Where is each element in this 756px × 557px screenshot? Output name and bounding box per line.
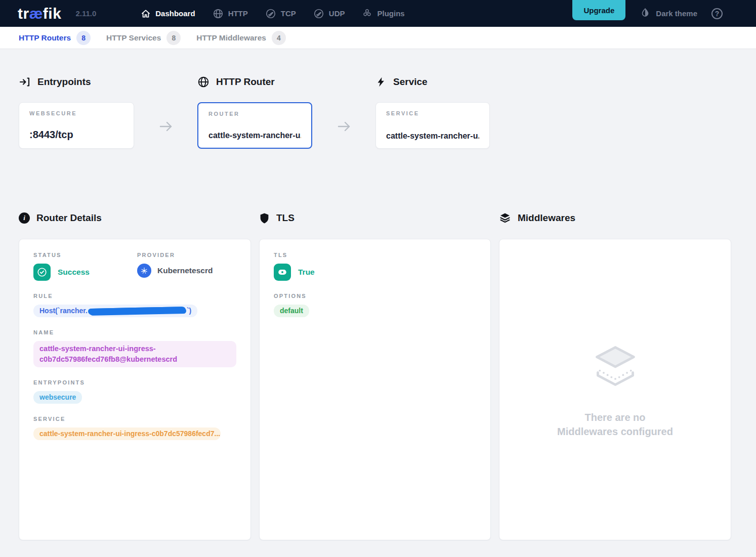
count-badge: 8 <box>166 31 181 45</box>
rule-badge: Host(`rancher.`) <box>33 305 197 317</box>
main-content: Entrypoints WEBSECURE :8443/tcp HTTP Rou… <box>0 49 756 540</box>
dark-theme-label: Dark theme <box>656 9 697 18</box>
provider-block: PROVIDER Kubernetescrd <box>137 252 213 281</box>
service-badge: cattle-system-rancher-ui-ingress-c0b7dc5… <box>33 427 221 440</box>
count-badge: 4 <box>272 31 286 45</box>
nav-item-tcp[interactable]: TCP <box>265 8 296 19</box>
router-column: HTTP Router ROUTER cattle-system-rancher… <box>197 75 312 149</box>
dark-theme-toggle[interactable]: Dark theme <box>640 7 697 20</box>
middlewares-column: Middlewares There <box>499 211 731 540</box>
entrypoints-column: Entrypoints WEBSECURE :8443/tcp <box>19 75 134 149</box>
redaction-scribble <box>89 307 186 315</box>
middlewares-heading: Middlewares <box>499 211 731 225</box>
middlewares-card: There are no Middlewares configured <box>499 239 731 540</box>
toggle-on-icon <box>274 264 291 281</box>
http-router-heading: HTTP Router <box>197 75 312 89</box>
tls-block: TLS True <box>274 252 476 281</box>
info-icon: i <box>19 212 30 224</box>
details-row: i Router Details STATUS Success <box>19 211 731 540</box>
tls-card: TLS True OPTIONS default <box>259 239 491 540</box>
globe-icon <box>197 76 209 88</box>
entrypoint-card-label: WEBSECURE <box>29 110 123 116</box>
router-pipeline: Entrypoints WEBSECURE :8443/tcp HTTP Rou… <box>19 75 731 149</box>
tls-value: True <box>298 268 315 277</box>
entrypoints-heading: Entrypoints <box>19 75 134 89</box>
top-navbar: træfik 2.11.0 Dashboard HTTP TCP <box>0 0 756 27</box>
service-name: cattle-system-rancher-u... <box>386 132 479 141</box>
upgrade-button[interactable]: Upgrade <box>572 0 625 20</box>
tabs-row: HTTP Routers 8 HTTP Services 8 HTTP Midd… <box>0 27 756 49</box>
swirl-icon <box>313 8 324 19</box>
name-block: NAME cattle-system-rancher-ui-ingress-c0… <box>33 329 236 367</box>
layers-icon <box>499 212 511 224</box>
middlewares-empty-text: There are no Middlewares configured <box>557 410 673 439</box>
login-arrow-icon <box>19 76 31 88</box>
service-card-label: SERVICE <box>386 110 479 116</box>
count-badge: 8 <box>76 31 91 45</box>
traefik-logo[interactable]: træfik <box>18 5 61 22</box>
success-check-icon <box>33 264 51 281</box>
tls-heading: TLS <box>259 211 491 225</box>
router-fullname-badge: cattle-system-rancher-ui-ingress-c0b7dc5… <box>33 341 236 367</box>
shield-icon <box>259 212 270 224</box>
tls-options-badge: default <box>274 305 309 317</box>
status-block: STATUS Success <box>33 252 137 281</box>
entrypoints-block: ENTRYPOINTS websecure <box>33 379 236 404</box>
version-label: 2.11.0 <box>75 9 96 18</box>
rule-block: RULE Host(`rancher.`) <box>33 293 236 317</box>
nav-item-udp[interactable]: UDP <box>313 8 345 19</box>
tab-http-middlewares[interactable]: HTTP Middlewares 4 <box>196 31 286 45</box>
nav-item-http[interactable]: HTTP <box>213 8 248 19</box>
help-icon[interactable]: ? <box>711 8 723 19</box>
navbar-right: Upgrade Dark theme ? <box>572 0 723 27</box>
entrypoint-badge: websecure <box>33 391 82 404</box>
options-block: OPTIONS default <box>274 293 476 317</box>
tls-column: TLS TLS True OPTIONS defau <box>259 211 491 540</box>
status-provider-row: STATUS Success PROVIDER <box>33 252 236 281</box>
service-column: Service SERVICE cattle-system-rancher-u.… <box>375 75 490 149</box>
tab-http-routers[interactable]: HTTP Routers 8 <box>19 31 91 45</box>
contrast-icon <box>640 7 651 20</box>
lightning-bolt-icon <box>375 76 387 88</box>
router-details-card: STATUS Success PROVIDER <box>19 239 251 540</box>
globe-icon <box>213 8 224 19</box>
router-card-label: ROUTER <box>208 111 301 117</box>
service-heading: Service <box>375 75 490 89</box>
nav-menu: Dashboard HTTP TCP UDP <box>141 8 404 19</box>
router-card[interactable]: ROUTER cattle-system-rancher-u... <box>197 102 312 149</box>
hexagons-icon <box>362 8 372 19</box>
entrypoint-card[interactable]: WEBSECURE :8443/tcp <box>19 102 134 149</box>
service-card[interactable]: SERVICE cattle-system-rancher-u... <box>375 102 490 149</box>
router-details-heading: i Router Details <box>19 211 251 225</box>
router-details-column: i Router Details STATUS Success <box>19 211 251 540</box>
pipeline-arrow-icon <box>312 118 375 135</box>
nav-item-dashboard[interactable]: Dashboard <box>141 9 195 19</box>
kubernetes-icon <box>137 264 151 278</box>
empty-layers-illustration <box>591 340 640 393</box>
home-icon <box>141 9 151 19</box>
entrypoint-value: :8443/tcp <box>29 129 123 141</box>
tab-http-services[interactable]: HTTP Services 8 <box>106 31 181 45</box>
traefik-dashboard-page: træfik 2.11.0 Dashboard HTTP TCP <box>0 0 756 557</box>
provider-value: Kubernetescrd <box>157 266 213 275</box>
swirl-icon <box>265 8 276 19</box>
pipeline-arrow-icon <box>134 118 197 135</box>
nav-item-plugins[interactable]: Plugins <box>362 8 404 19</box>
service-block: SERVICE cattle-system-rancher-ui-ingress… <box>33 416 236 440</box>
router-name: cattle-system-rancher-u... <box>208 131 301 140</box>
status-value: Success <box>58 268 90 277</box>
